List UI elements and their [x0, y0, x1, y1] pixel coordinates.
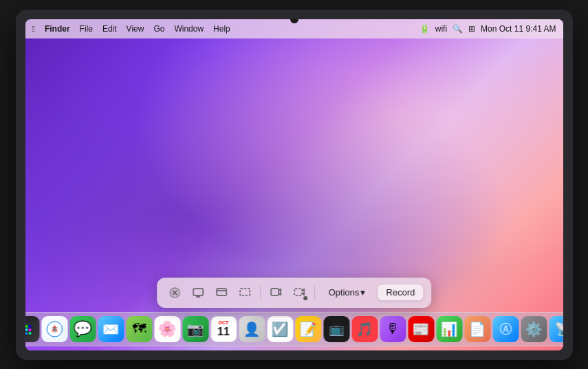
options-button[interactable]: Options ▾	[320, 284, 374, 300]
capture-window-button[interactable]	[212, 283, 231, 302]
record-button[interactable]: Record	[378, 284, 423, 300]
capture-selection-button[interactable]	[235, 283, 254, 302]
go-menu[interactable]: Go	[153, 24, 164, 34]
svg-rect-6	[217, 289, 226, 295]
svg-rect-8	[240, 289, 250, 295]
control-center-icon[interactable]: ⊞	[468, 24, 475, 34]
dock-news[interactable]: 📰	[408, 316, 434, 342]
dock-system-preferences[interactable]: ⚙️	[521, 316, 547, 342]
spotlight-icon[interactable]: 🔍	[453, 24, 463, 34]
toolbar-divider-1	[260, 286, 261, 300]
dock-launchpad[interactable]	[25, 316, 40, 342]
dock-podcasts[interactable]: 🎙	[380, 316, 406, 342]
dock-notes[interactable]: 📝	[295, 316, 321, 342]
dock-calendar[interactable]: OCT 11	[210, 316, 237, 342]
dock-facetime[interactable]: 📷	[182, 316, 208, 342]
capture-screen-button[interactable]	[188, 283, 208, 302]
dock-appstore[interactable]: Ⓐ	[492, 316, 519, 342]
apple-menu[interactable]: 	[32, 24, 35, 34]
view-menu[interactable]: View	[127, 24, 144, 34]
edit-menu[interactable]: Edit	[102, 24, 117, 34]
record-screen-button[interactable]	[266, 283, 285, 302]
dock-pages[interactable]: 📄	[464, 316, 490, 342]
dock-mail[interactable]: ✉️	[98, 316, 124, 342]
wifi-icon: wifi	[435, 24, 447, 34]
dock-numbers[interactable]: 📊	[436, 316, 462, 342]
dock-reminders[interactable]: ☑️	[267, 316, 293, 342]
dock-music[interactable]: 🎵	[351, 316, 378, 342]
dock-safari[interactable]	[41, 316, 67, 342]
finder-menu[interactable]: Finder	[45, 24, 70, 34]
dock-photos[interactable]: 🌸	[154, 316, 180, 342]
toolbar-divider-2	[314, 286, 315, 300]
laptop-frame:  Finder File Edit View Go Window Help 🔋…	[16, 10, 573, 360]
window-menu[interactable]: Window	[174, 24, 204, 34]
help-menu[interactable]: Help	[213, 24, 230, 34]
svg-point-22	[28, 332, 31, 335]
svg-point-16	[28, 325, 31, 328]
dock-maps[interactable]: 🗺	[126, 316, 152, 342]
svg-rect-10	[294, 289, 302, 295]
dock-appletv[interactable]: 📺	[323, 316, 349, 342]
dock: ☺ 💬 ✉️ 🗺 🌸	[25, 312, 563, 346]
dock-messages[interactable]: 💬	[69, 316, 96, 342]
svg-point-19	[28, 328, 31, 331]
file-menu[interactable]: File	[80, 24, 93, 34]
record-selection-button[interactable]	[290, 283, 309, 302]
svg-rect-9	[271, 289, 279, 295]
close-toolbar-button[interactable]	[165, 283, 184, 302]
menu-bar-right: 🔋 wifi 🔍 ⊞ Mon Oct 11 9:41 AM	[420, 24, 556, 34]
dock-contacts[interactable]: 👤	[239, 316, 265, 342]
datetime-display: Mon Oct 11 9:41 AM	[481, 24, 556, 34]
screenshot-toolbar: Options ▾ Record	[157, 278, 432, 308]
svg-rect-3	[193, 289, 203, 295]
options-label: Options	[329, 287, 360, 298]
battery-icon: 🔋	[420, 24, 430, 34]
dock-airdrop[interactable]: 📡	[549, 316, 563, 342]
screen:  Finder File Edit View Go Window Help 🔋…	[25, 19, 563, 350]
options-chevron-icon: ▾	[360, 287, 365, 298]
menu-bar-left:  Finder File Edit View Go Window Help	[32, 24, 230, 34]
